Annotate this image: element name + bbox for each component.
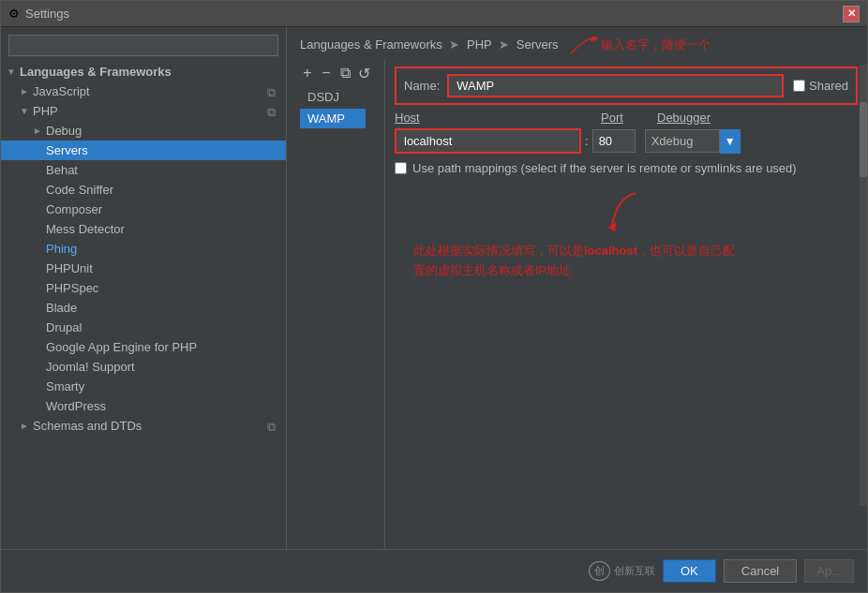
content-columns: + − ⧉ ↺ DSDJ WAMP N bbox=[287, 59, 867, 549]
breadcrumb-part3: Servers bbox=[516, 37, 559, 52]
sidebar-item-smarty[interactable]: ► Smarty bbox=[1, 377, 286, 396]
name-row: Name: Shared bbox=[404, 74, 848, 97]
sidebar-item-label: Code Sniffer bbox=[44, 182, 115, 198]
settings-window: ⚙ Settings ✕ Languages & Frameworks Java… bbox=[0, 0, 868, 593]
breadcrumb-sep1: ➤ bbox=[449, 37, 463, 52]
path-mappings-label: Use path mappings (select if the server … bbox=[412, 161, 797, 175]
sidebar-item-wordpress[interactable]: ► WordPress bbox=[1, 396, 286, 416]
path-mappings-checkbox[interactable] bbox=[395, 162, 407, 174]
toolbar: + − ⧉ ↺ bbox=[287, 59, 384, 87]
tree: Languages & Frameworks JavaScript ⧉ PHP … bbox=[1, 62, 286, 549]
host-label: Host bbox=[395, 111, 588, 125]
apply-button[interactable]: Ap... bbox=[804, 559, 854, 583]
sidebar-item-label: Blade bbox=[44, 300, 79, 316]
sidebar-item-schemas-dtds[interactable]: Schemas and DTDs ⧉ bbox=[1, 416, 286, 436]
content-area: Languages & Frameworks JavaScript ⧉ PHP … bbox=[1, 27, 867, 549]
port-input[interactable] bbox=[592, 129, 636, 153]
title-bar: ⚙ Settings ✕ bbox=[1, 1, 867, 27]
sidebar-item-javascript[interactable]: JavaScript ⧉ bbox=[1, 82, 286, 101]
sidebar-item-google-app-engine[interactable]: ► Google App Engine for PHP bbox=[1, 337, 286, 357]
red-arrow-container bbox=[395, 188, 858, 238]
sidebar-item-label: Smarty bbox=[44, 378, 86, 394]
breadcrumb: Languages & Frameworks ➤ PHP ➤ Servers 输… bbox=[287, 27, 867, 59]
sidebar-item-phpspec[interactable]: ► PHPSpec bbox=[1, 278, 286, 298]
sidebar-item-label: Phing bbox=[44, 241, 79, 257]
expand-arrow bbox=[18, 106, 31, 116]
sidebar-item-joomla-support[interactable]: ► Joomla! Support bbox=[1, 357, 286, 377]
sidebar-item-label: Google App Engine for PHP bbox=[44, 339, 199, 355]
copy-icon: ⧉ bbox=[267, 105, 280, 118]
sidebar-item-drupal[interactable]: ► Drupal bbox=[1, 318, 286, 337]
watermark: 创 创新互联 bbox=[589, 561, 655, 581]
server-column: + − ⧉ ↺ DSDJ WAMP bbox=[287, 59, 385, 549]
form-column: Name: Shared Host Port Debugger bbox=[385, 59, 867, 549]
expand-arrow bbox=[18, 86, 31, 96]
sidebar-item-label: Languages & Frameworks bbox=[18, 64, 173, 80]
sidebar-item-label: Composer bbox=[44, 201, 104, 217]
sidebar-item-debug[interactable]: Debug bbox=[1, 121, 286, 141]
host-input[interactable] bbox=[397, 130, 579, 152]
add-server-button[interactable]: + bbox=[300, 63, 315, 83]
search-bar bbox=[1, 27, 286, 62]
reset-server-button[interactable]: ↺ bbox=[356, 63, 371, 83]
server-entry-dsdj[interactable]: DSDJ bbox=[300, 87, 366, 107]
breadcrumb-part1: Languages & Frameworks bbox=[300, 37, 442, 52]
sidebar-item-phpunit[interactable]: ► PHPUnit bbox=[1, 259, 286, 278]
search-input[interactable] bbox=[8, 35, 278, 56]
window-controls: ✕ bbox=[843, 6, 860, 22]
sidebar-item-behat[interactable]: ► Behat bbox=[1, 160, 286, 180]
debugger-select[interactable]: Xdebug bbox=[645, 129, 720, 153]
close-button[interactable]: ✕ bbox=[843, 6, 860, 22]
breadcrumb-note: 输入名字，随便一个 bbox=[569, 37, 711, 52]
ok-button[interactable]: OK bbox=[663, 559, 716, 583]
sidebar-item-label: Behat bbox=[44, 162, 80, 178]
shared-row: Shared bbox=[793, 79, 848, 93]
scrollbar[interactable] bbox=[860, 65, 867, 506]
annotation-area: 此处根据实际情况填写，可以是localhost，也可以是自己配置的虚拟主机名称或… bbox=[395, 188, 858, 281]
sidebar-item-label: PHPSpec bbox=[44, 280, 100, 296]
expand-arrow bbox=[18, 421, 31, 431]
sidebar-item-blade[interactable]: ► Blade bbox=[1, 298, 286, 318]
copy-icon: ⧉ bbox=[267, 420, 280, 433]
sidebar-item-servers[interactable]: ► Servers bbox=[1, 141, 286, 160]
sidebar-item-composer[interactable]: ► Composer bbox=[1, 200, 286, 219]
expand-arrow bbox=[31, 126, 44, 136]
debugger-select-wrapper: Xdebug ▼ bbox=[645, 129, 741, 154]
annotation-text: 此处根据实际情况填写，可以是localhost，也可以是自己配置的虚拟主机名称或… bbox=[413, 242, 858, 281]
port-label: Port bbox=[601, 111, 648, 125]
sidebar-item-label: PHP bbox=[31, 103, 60, 119]
sidebar-item-label: PHPUnit bbox=[44, 260, 95, 276]
breadcrumb-sep2: ➤ bbox=[499, 37, 513, 52]
scroll-thumb bbox=[860, 102, 867, 177]
settings-icon: ⚙ bbox=[8, 7, 20, 21]
sidebar-item-code-sniffer[interactable]: ► Code Sniffer bbox=[1, 180, 286, 200]
shared-checkbox[interactable] bbox=[793, 80, 805, 92]
debugger-label: Debugger bbox=[657, 111, 711, 125]
sidebar-item-label: Debug bbox=[44, 123, 83, 139]
sidebar-item-mess-detector[interactable]: ► Mess Detector bbox=[1, 219, 286, 239]
name-form-section: Name: Shared bbox=[395, 67, 858, 105]
colon-sep: : bbox=[585, 134, 589, 148]
copy-icon: ⧉ bbox=[267, 85, 280, 98]
annotation-arrow-svg bbox=[598, 188, 654, 235]
name-input[interactable] bbox=[447, 74, 784, 97]
sidebar-item-label: JavaScript bbox=[31, 83, 92, 99]
sidebar-item-label: Joomla! Support bbox=[44, 359, 137, 375]
server-entry-wamp[interactable]: WAMP bbox=[300, 109, 366, 128]
remove-server-button[interactable]: − bbox=[319, 63, 334, 83]
sidebar-item-languages-frameworks[interactable]: Languages & Frameworks bbox=[1, 62, 286, 82]
path-mappings-row: Use path mappings (select if the server … bbox=[395, 161, 858, 175]
host-input-wrapper bbox=[395, 128, 581, 154]
host-port-row: : Xdebug ▼ bbox=[395, 128, 858, 154]
sidebar-item-label: Drupal bbox=[44, 319, 83, 335]
debugger-dropdown-button[interactable]: ▼ bbox=[720, 129, 741, 154]
sidebar-item-label: Schemas and DTDs bbox=[31, 418, 143, 434]
expand-arrow bbox=[5, 67, 18, 77]
breadcrumb-part2: PHP bbox=[467, 37, 492, 52]
window-title: Settings bbox=[25, 7, 843, 21]
sidebar-item-php[interactable]: PHP ⧉ bbox=[1, 101, 286, 121]
copy-server-button[interactable]: ⧉ bbox=[337, 63, 352, 83]
sidebar-item-phing[interactable]: ► Phing bbox=[1, 239, 286, 259]
cancel-button[interactable]: Cancel bbox=[724, 559, 797, 583]
sidebar: Languages & Frameworks JavaScript ⧉ PHP … bbox=[1, 27, 287, 549]
